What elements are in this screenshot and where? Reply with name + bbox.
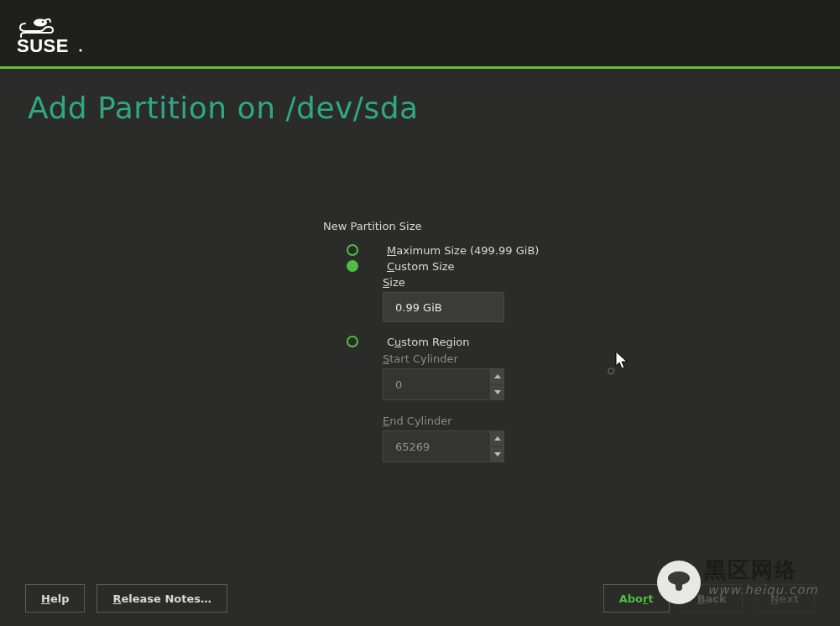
radio-label: Maximum Size (499.99 GiB) bbox=[387, 244, 539, 257]
mouse-cursor-icon bbox=[615, 351, 630, 371]
radio-icon bbox=[347, 260, 358, 272]
svg-point-3 bbox=[79, 49, 81, 51]
size-label: Size bbox=[383, 276, 539, 289]
app-root: SUSE Add Partition on /dev/sda New Parti… bbox=[0, 0, 840, 626]
svg-point-1 bbox=[42, 21, 44, 23]
chevron-up-icon bbox=[494, 374, 501, 378]
decorative-mark: ○ bbox=[608, 366, 615, 375]
radio-icon bbox=[347, 336, 358, 347]
start-cylinder-input[interactable]: 0 bbox=[383, 368, 504, 400]
end-cylinder-input[interactable]: 65269 bbox=[383, 430, 504, 462]
header-bar: SUSE bbox=[0, 0, 840, 69]
end-cylinder-label: End Cylinder bbox=[383, 415, 539, 427]
size-input[interactable]: 0.99 GiB bbox=[383, 292, 504, 322]
radio-label: Custom Size bbox=[387, 260, 455, 273]
radio-custom-region[interactable]: Custom Region bbox=[323, 334, 539, 349]
spin-down-button[interactable] bbox=[491, 447, 503, 462]
start-cylinder-label: Start Cylinder bbox=[383, 352, 539, 365]
group-label-new-partition-size: New Partition Size bbox=[323, 220, 539, 232]
back-button[interactable]: Back bbox=[681, 584, 743, 613]
radio-custom-size[interactable]: Custom Size bbox=[323, 258, 539, 274]
spin-up-button[interactable] bbox=[491, 431, 503, 447]
spin-down-button[interactable] bbox=[491, 385, 503, 400]
radio-label: Custom Region bbox=[387, 336, 469, 348]
spin-buttons bbox=[490, 431, 503, 462]
page-title: Add Partition on /dev/sda bbox=[28, 91, 419, 125]
svg-text:SUSE: SUSE bbox=[17, 35, 69, 55]
abort-button[interactable]: Abort bbox=[603, 584, 670, 613]
radio-maximum-size[interactable]: Maximum Size (499.99 GiB) bbox=[323, 243, 539, 258]
chevron-down-icon bbox=[494, 390, 501, 394]
bottom-bar: Help Release Notes… Abort Back Next bbox=[0, 571, 840, 626]
release-notes-button[interactable]: Release Notes… bbox=[97, 584, 227, 613]
chevron-down-icon bbox=[494, 452, 501, 456]
next-button[interactable]: Next bbox=[754, 584, 815, 613]
help-button[interactable]: Help bbox=[25, 584, 85, 613]
spin-up-button[interactable] bbox=[491, 369, 503, 385]
suse-logo: SUSE bbox=[17, 15, 117, 55]
partition-size-form: New Partition Size Maximum Size (499.99 … bbox=[323, 220, 539, 462]
radio-icon bbox=[347, 244, 358, 256]
spin-buttons bbox=[490, 369, 503, 399]
chevron-up-icon bbox=[494, 436, 501, 441]
